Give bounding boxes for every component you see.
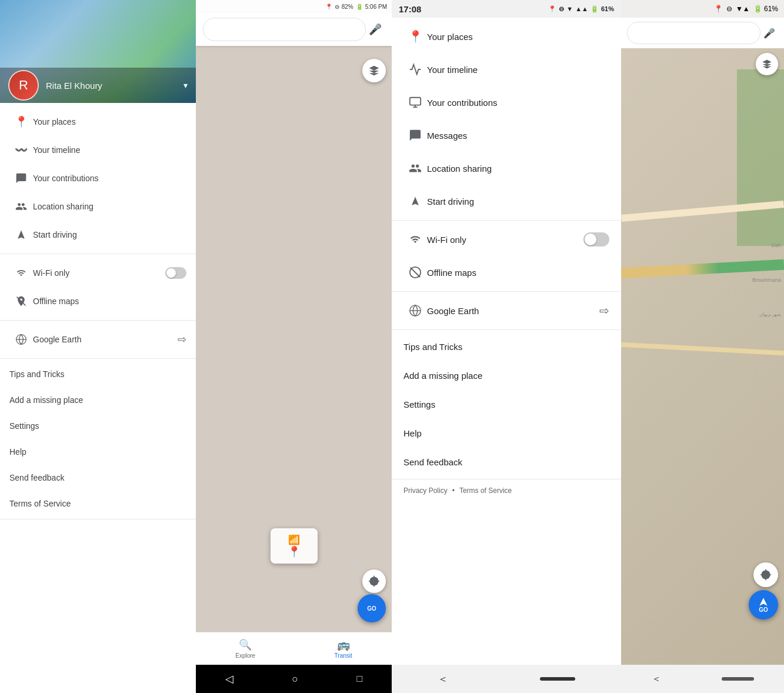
right-wifi-toggle[interactable]: [583, 232, 609, 246]
svg-line-6: [411, 268, 421, 278]
menu-item-location-sharing[interactable]: Location sharing: [0, 192, 196, 221]
contributions-label: Your contributions: [33, 174, 186, 183]
transit-label: Transit: [335, 652, 352, 659]
menu-section-connectivity: Wi-Fi only Offline maps: [0, 254, 196, 321]
right-offline-maps-label: Offline maps: [427, 268, 609, 278]
right-map-back[interactable]: ＜: [652, 673, 661, 685]
right-contributions-label: Your contributions: [427, 98, 609, 108]
signal-icon: ▲▲: [575, 5, 588, 12]
avatar[interactable]: R: [8, 70, 39, 101]
menu-item-start-driving[interactable]: Start driving: [0, 221, 196, 249]
right-mic-button[interactable]: 🎤: [760, 24, 778, 42]
recents-button[interactable]: □: [357, 674, 363, 684]
svg-marker-8: [759, 598, 767, 605]
menu-item-offline-maps[interactable]: Offline maps: [0, 287, 196, 315]
right-menu-your-timeline[interactable]: Your timeline: [392, 53, 621, 86]
battery-icon: 🔋: [590, 5, 599, 13]
right-start-driving-icon: [403, 193, 427, 209]
right-menu-add-missing[interactable]: Add a missing place: [392, 361, 621, 390]
footer-dot: •: [452, 487, 455, 495]
battery-pct: 61%: [601, 5, 614, 12]
transit-icon: 🚌: [337, 638, 350, 651]
map-pin-area: 📶 📍: [271, 528, 318, 564]
right-messages-icon: [403, 127, 427, 144]
map-pin-icon: 📍: [288, 545, 301, 558]
go-button[interactable]: GO: [358, 594, 386, 622]
right-menu-tips[interactable]: Tips and Tricks: [392, 332, 621, 361]
privacy-policy-link[interactable]: Privacy Policy: [403, 487, 448, 495]
your-timeline-label: Your timeline: [33, 145, 186, 155]
terms-of-service-link[interactable]: Terms of Service: [459, 487, 512, 495]
menu-item-google-earth[interactable]: Google Earth ⇨: [0, 325, 196, 354]
menu-item-add-missing[interactable]: Add a missing place: [0, 387, 196, 413]
right-menu-wifi-only[interactable]: Wi-Fi only: [392, 223, 621, 256]
right-layer-button[interactable]: [756, 53, 778, 75]
menu-item-wifi-only[interactable]: Wi-Fi only: [0, 259, 196, 287]
right-menu-start-driving[interactable]: Start driving: [392, 185, 621, 218]
right-status-bar: 17:08 📍 ⊖ ▼ ▲▲ 🔋 61%: [392, 0, 621, 18]
contributions-icon: [9, 171, 33, 185]
status-icons: 📍 ⊖ 82% 🔋 5:06 PM: [325, 4, 387, 10]
right-search-input[interactable]: [627, 22, 760, 44]
back-button[interactable]: ◁: [225, 672, 233, 685]
right-external-link-icon: ⇨: [599, 304, 609, 318]
right-your-places-label: Your places: [427, 32, 609, 42]
right-menu-google-earth[interactable]: Google Earth ⇨: [392, 294, 621, 327]
minus-icon: ⊖: [559, 5, 564, 13]
right-your-places-icon: 📍: [403, 28, 427, 45]
right-menu-contributions[interactable]: Your contributions: [392, 86, 621, 119]
wifi-indicator-icon: 📶: [288, 534, 300, 545]
right-panel: 17:08 📍 ⊖ ▼ ▲▲ 🔋 61% 📍 Your places: [392, 0, 784, 693]
menu-item-your-timeline[interactable]: 〰️ Your timeline: [0, 136, 196, 164]
right-home-pill[interactable]: [540, 677, 575, 681]
google-earth-label: Google Earth: [33, 335, 178, 344]
menu-item-send-feedback[interactable]: Send feedback: [0, 465, 196, 491]
menu-item-terms[interactable]: Terms of Service: [0, 491, 196, 517]
menu-item-your-contributions[interactable]: Your contributions: [0, 164, 196, 192]
right-menu-your-places[interactable]: 📍 Your places: [392, 20, 621, 53]
right-menu-send-feedback[interactable]: Send feedback: [392, 448, 621, 477]
wifi-only-label: Wi-Fi only: [33, 268, 165, 278]
right-menu-list: 📍 Your places Your timeline Your contrib…: [392, 18, 621, 665]
search-input-container[interactable]: [203, 18, 366, 41]
menu-item-tips-tricks[interactable]: Tips and Tricks: [0, 361, 196, 387]
left-menu-list: 📍 Your places 〰️ Your timeline Your cont…: [0, 103, 196, 693]
menu-item-help[interactable]: Help: [0, 439, 196, 465]
layer-button[interactable]: [362, 59, 386, 82]
right-text-section: Tips and Tricks Add a missing place Sett…: [392, 330, 621, 479]
menu-section-earth: Google Earth ⇨: [0, 321, 196, 359]
nav-item-explore[interactable]: 🔍 Explore: [235, 638, 255, 659]
right-start-driving-label: Start driving: [427, 196, 609, 206]
right-messages-label: Messages: [427, 131, 609, 141]
map-card: 📶 📍: [271, 528, 318, 564]
right-map-home-pill[interactable]: [722, 677, 754, 681]
right-drawer: 17:08 📍 ⊖ ▼ ▲▲ 🔋 61% 📍 Your places: [392, 0, 621, 693]
menu-item-your-places[interactable]: 📍 Your places: [0, 108, 196, 136]
wifi-toggle[interactable]: [165, 267, 186, 279]
mic-button[interactable]: 🎤: [366, 20, 385, 39]
right-timeline-icon: [403, 61, 427, 78]
map-label-arabic: شهر بريوان: [759, 312, 781, 317]
right-map-bottom-bar: ＜: [621, 665, 784, 693]
explore-icon: 🔍: [239, 638, 252, 651]
right-contributions-icon: [403, 94, 427, 111]
right-google-earth-icon: [403, 302, 427, 319]
right-menu-location-sharing[interactable]: Location sharing: [392, 152, 621, 185]
menu-item-settings[interactable]: Settings: [0, 413, 196, 439]
right-menu-offline-maps[interactable]: Offline maps: [392, 256, 621, 289]
right-menu-messages[interactable]: Messages: [392, 119, 621, 152]
right-bottom-nav: ＜: [392, 665, 621, 693]
home-button[interactable]: ○: [292, 673, 298, 685]
right-time: 17:08: [399, 4, 421, 14]
location-button[interactable]: [362, 569, 386, 593]
profile-dropdown-icon[interactable]: ▾: [184, 81, 188, 90]
offline-maps-label: Offline maps: [33, 296, 186, 306]
right-go-button[interactable]: GO: [749, 590, 778, 619]
right-back-button[interactable]: ＜: [438, 672, 448, 686]
external-link-icon: ⇨: [178, 333, 186, 346]
right-menu-settings[interactable]: Settings: [392, 390, 621, 419]
right-menu-help[interactable]: Help: [392, 419, 621, 448]
nav-item-transit[interactable]: 🚌 Transit: [335, 638, 352, 659]
right-location-button[interactable]: [753, 562, 778, 587]
profile-header: R Rita El Khoury ▾: [0, 0, 196, 103]
